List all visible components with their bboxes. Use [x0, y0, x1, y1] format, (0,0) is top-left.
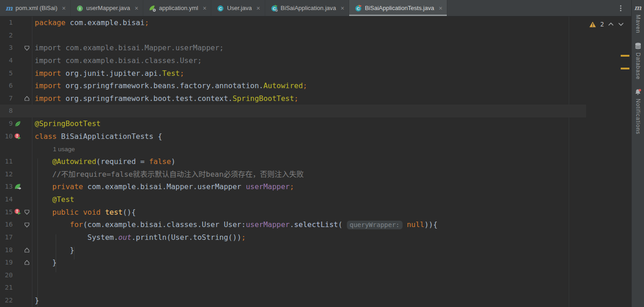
code-text[interactable]: import org.springframework.beans.factory… — [31, 79, 631, 92]
tab-usermapper-java[interactable]: IuserMapper.java× — [71, 0, 143, 16]
code-segment: BiSaiApplicationTests { — [57, 132, 162, 141]
line-number: 1 — [0, 16, 13, 29]
line-number: 8 — [0, 105, 13, 117]
code-segment: SpringBootTest — [232, 94, 294, 103]
code-text[interactable]: @Autowired(required = false) — [31, 155, 631, 168]
test-class-icon: C — [355, 5, 362, 12]
tool-window-button-maven[interactable]: mMaven — [634, 4, 642, 33]
warning-icon[interactable] — [589, 21, 596, 27]
code-text[interactable] — [31, 29, 631, 42]
gutter-slot — [13, 218, 23, 231]
code-text[interactable] — [31, 105, 631, 117]
fold-slot — [23, 281, 31, 294]
line-number: 11 — [0, 155, 13, 168]
gutter-slot — [13, 16, 23, 29]
gutter-slot — [13, 168, 23, 181]
tabbar-spacer — [447, 0, 615, 16]
inspections-widget[interactable]: 2 — [589, 19, 624, 29]
code-editor[interactable]: 1package com.example.bisai;23import com.… — [0, 16, 631, 307]
code-segment: ; — [180, 69, 184, 78]
more-options-icon[interactable] — [615, 0, 627, 16]
tab-pom-xml-bisai[interactable]: mpom.xml (BiSai)× — [0, 0, 71, 16]
code-segment: Autowired — [263, 81, 303, 90]
code-text[interactable] — [31, 281, 631, 294]
code-text[interactable]: class BiSaiApplicationTests { — [31, 130, 631, 143]
fold-up-icon[interactable] — [23, 244, 31, 257]
code-text[interactable]: } — [31, 244, 631, 257]
code-segment: ( — [338, 220, 347, 229]
fold-slot — [23, 67, 31, 80]
tab-label: User.java — [227, 5, 251, 11]
tab-bisaiapplicationtests-java[interactable]: CBiSaiApplicationTests.java× — [349, 0, 447, 16]
code-text[interactable]: @Test — [31, 193, 631, 206]
code-line: 14 @Test — [0, 193, 631, 206]
code-text[interactable]: System.out.println(User.toString()); — [31, 231, 631, 244]
code-text[interactable] — [31, 269, 631, 282]
close-icon[interactable]: × — [135, 5, 138, 12]
gutter-slot — [13, 193, 23, 206]
tab-application-yml[interactable]: application.yml× — [143, 0, 211, 16]
warning-count: 2 — [600, 21, 604, 28]
code-segment: org.springframework.boot.test.context. — [61, 94, 233, 103]
code-text[interactable]: import com.example.bisai.classes.User; — [31, 54, 631, 67]
line-number: 18 — [0, 244, 13, 257]
code-text[interactable]: public void test(){ — [31, 206, 631, 219]
warning-stripe-mark[interactable] — [621, 55, 629, 57]
run-failed-icon[interactable] — [13, 130, 23, 143]
code-segment: Test — [162, 69, 180, 78]
fold-up-icon[interactable] — [23, 256, 31, 269]
code-text[interactable]: 1 usage — [31, 143, 631, 155]
line-number: 6 — [0, 79, 13, 92]
interface-icon: I — [76, 5, 84, 12]
tab-user-java[interactable]: CUser.java× — [211, 0, 265, 16]
code-line: 19 } — [0, 256, 631, 269]
code-text[interactable]: import org.springframework.boot.test.con… — [31, 92, 631, 105]
code-line: 1package com.example.bisai; — [0, 16, 631, 29]
chevron-up-icon[interactable] — [608, 22, 614, 26]
warning-stripe-mark[interactable] — [621, 68, 629, 69]
code-text[interactable]: @SpringBootTest — [31, 117, 631, 130]
tab-bisaiapplication-java[interactable]: CBiSaiApplication.java× — [265, 0, 350, 16]
code-text[interactable]: private com.example.bisai.Mapper.userMap… — [31, 180, 631, 193]
fold-down-icon[interactable] — [23, 206, 31, 219]
code-lines: 1package com.example.bisai;23import com.… — [0, 16, 631, 307]
tab-label: pom.xml (BiSai) — [16, 5, 58, 11]
code-text[interactable]: for(com.example.bisai.classes.User User:… — [31, 218, 631, 231]
code-segment — [403, 220, 407, 229]
close-icon[interactable]: × — [257, 5, 260, 12]
close-icon[interactable]: × — [62, 5, 66, 12]
tool-window-button-database[interactable]: Database — [635, 42, 641, 79]
code-segment: @Test — [52, 195, 74, 204]
line-number: 7 — [0, 92, 13, 105]
run-failed-icon[interactable] — [13, 206, 23, 219]
tab-label: BiSaiApplication.java — [281, 5, 336, 11]
code-segment — [35, 157, 52, 166]
code-line: 17 System.out.println(User.toString()); — [0, 231, 631, 244]
code-text[interactable]: } — [31, 256, 631, 269]
close-icon[interactable]: × — [439, 5, 442, 12]
code-segment: import com.example.bisai.Mapper.userMapp… — [35, 43, 224, 52]
close-icon[interactable]: × — [340, 5, 344, 12]
spring-leaf-icon[interactable] — [13, 117, 23, 130]
spring-bean-icon[interactable] — [13, 180, 23, 193]
code-text[interactable]: //不加require=false就表示默认自动注入时bean必须存在，否则注入… — [31, 168, 631, 181]
code-segment: userMapper — [246, 220, 289, 229]
fold-down-icon[interactable] — [23, 218, 31, 231]
code-text[interactable]: import com.example.bisai.Mapper.userMapp… — [31, 42, 631, 54]
code-segment: . — [290, 220, 294, 229]
close-icon[interactable]: × — [203, 5, 206, 12]
code-segment: ; — [145, 18, 149, 27]
tool-window-button-notifications[interactable]: Notifications — [634, 88, 642, 134]
code-text[interactable]: import org.junit.jupiter.api.Test; — [31, 67, 631, 80]
code-text[interactable]: package com.example.bisai; — [31, 16, 631, 29]
tab-label: BiSaiApplicationTests.java — [365, 5, 434, 11]
fold-up-icon[interactable] — [23, 92, 31, 105]
code-line: 5import org.junit.jupiter.api.Test; — [0, 67, 631, 80]
code-text[interactable]: } — [31, 294, 631, 307]
code-segment — [101, 208, 105, 217]
code-segment — [35, 220, 70, 229]
fold-down-icon[interactable] — [23, 42, 31, 54]
code-segment: class — [35, 132, 57, 141]
chevron-down-icon[interactable] — [618, 22, 624, 26]
code-segment: test — [105, 208, 123, 217]
